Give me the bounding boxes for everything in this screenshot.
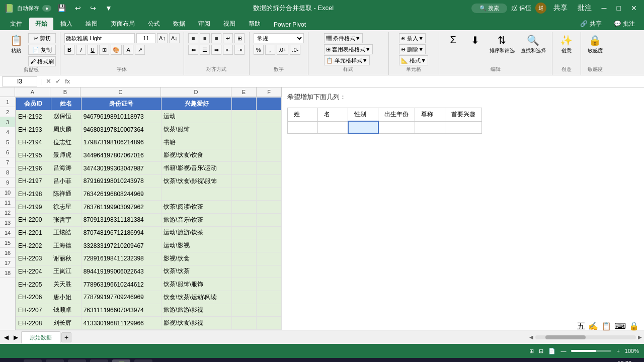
align-top-right[interactable]: ≡ [211,33,221,43]
save-button[interactable]: 💾 [54,3,69,13]
insert-function-icon[interactable]: fx [64,77,71,85]
cell-8-1[interactable]: EH-2198 [16,188,51,201]
decimal-increase[interactable]: .0+ [277,45,289,55]
cell-10-1[interactable]: EH-2200 [16,213,51,226]
add-sheet-button[interactable]: + [61,332,71,342]
cell-1-1[interactable]: 会员ID [16,98,51,111]
tab-review[interactable]: 审阅 [192,18,216,30]
cell-7-3[interactable]: 879169198010243978 [81,174,162,188]
fill-button[interactable]: ⬇ [465,33,486,48]
sheet-tab-original[interactable]: 原始数据 [21,331,60,343]
redo-button[interactable]: ↪ [87,3,99,13]
align-top-left[interactable]: ≡ [188,33,198,43]
row-num-10[interactable]: 10 [0,188,15,198]
tab-home[interactable]: 开始 [29,18,53,30]
zoom-out[interactable]: — [560,348,566,354]
view-page-layout[interactable]: 📄 [548,348,555,354]
italic-button[interactable]: I [76,45,86,55]
find-select-button[interactable]: 🔍 查找和选择 [519,33,548,55]
cell-10-2[interactable]: 张哲宇 [51,213,81,226]
cell-5-6[interactable] [257,149,282,162]
row-num-17[interactable]: 17 [0,258,15,268]
tab-page-layout[interactable]: 页面布局 [105,18,141,30]
cell-1-6[interactable] [257,98,282,111]
cell-14-6[interactable] [257,265,282,278]
row-num-2[interactable]: 2 [0,107,15,117]
cell-3-4[interactable]: 饮茶\服饰 [162,123,232,136]
autosave-toggle[interactable]: ● [42,5,51,12]
cell-6-1[interactable]: EH-2196 [16,162,51,175]
cell-7-1[interactable]: EH-2197 [16,174,51,188]
cell-reference-input[interactable] [2,76,37,86]
cell-9-1[interactable]: EH-2199 [16,201,51,214]
undo-button[interactable]: ↩ [72,3,84,13]
row-num-14[interactable]: 14 [0,228,15,238]
cancel-formula-icon[interactable]: ✕ [45,77,52,85]
cell-10-4[interactable]: 旅游\音乐\饮茶 [162,213,232,226]
row-num-6[interactable]: 6 [0,147,15,157]
col-header-c[interactable]: C [80,87,161,97]
cell-18-2[interactable]: 刘长辉 [51,317,81,330]
cell-17-5[interactable] [231,304,257,317]
tab-draw[interactable]: 绘图 [79,18,104,30]
cell-11-4[interactable]: 运动\旅游\饮茶 [162,226,232,239]
cell-12-5[interactable] [231,239,257,252]
cell-17-3[interactable]: 763111196607043974 [81,304,162,317]
cell-8-6[interactable] [257,188,282,201]
cell-8-3[interactable]: 763426196808244969 [81,188,162,201]
font-increase-button[interactable]: A↑ [157,33,168,43]
share-button[interactable]: 共享 [550,3,571,14]
conditional-format-button[interactable]: ▦ 条件格式▼ [324,33,363,43]
cell-7-4[interactable]: 饮茶\饮食\影视\服饰 [162,174,232,188]
row-num-12[interactable]: 12 [0,208,15,218]
taskbar-chrome[interactable]: 🔵 [68,359,86,362]
cell-4-3[interactable]: 179873198106214896 [81,136,162,149]
icon-4[interactable]: ⌨ [614,321,626,330]
cut-button[interactable]: ✂ 剪切 [28,33,56,43]
horizontal-scrollbar[interactable] [535,335,636,339]
cell-13-4[interactable]: 影视\饮食 [162,252,232,265]
cell-16-5[interactable] [231,291,257,304]
indent-right[interactable]: ⇥ [234,45,245,55]
format-button[interactable]: 📐 格式▼ [399,55,428,65]
sort-filter-button[interactable]: ⇅ 排序和筛选 [488,33,517,55]
cell-14-5[interactable] [231,265,257,278]
sheet-nav-next[interactable]: ▶ [12,334,20,341]
taskbar-explorer[interactable]: 📁 [46,359,64,362]
cell-9-5[interactable] [231,201,257,214]
row-num-13[interactable]: 13 [0,218,15,228]
icon-2[interactable]: ✍ [588,321,598,330]
tab-formulas[interactable]: 公式 [142,18,166,30]
percent-button[interactable]: % [254,45,264,55]
cell-13-6[interactable] [257,252,282,265]
col-header-a[interactable]: A [15,87,50,97]
cell-6-2[interactable]: 吕海涛 [51,162,81,175]
cell-1-4[interactable]: 兴趣爱好 [162,98,232,111]
cell-15-6[interactable] [257,278,282,291]
cell-8-5[interactable] [231,188,257,201]
cell-1-2[interactable]: 姓名 [51,98,81,111]
cell-18-4[interactable]: 影视\饮食\影视 [162,317,232,330]
cell-4-6[interactable] [257,136,282,149]
cell-18-3[interactable]: 413330196811129966 [81,317,162,330]
cell-16-3[interactable]: 778799197709246969 [81,291,162,304]
cell-8-4[interactable] [162,188,232,201]
cell-3-6[interactable] [257,123,282,136]
cell-17-6[interactable] [257,304,282,317]
cell-5-5[interactable] [231,149,257,162]
cell-2-3[interactable]: 946796198910118973 [81,110,162,123]
number-format-select[interactable]: 常规 数字 货币 日期 [254,33,304,43]
cell-9-4[interactable]: 饮茶\阅读\饮茶 [162,201,232,214]
col-header-b[interactable]: B [50,87,80,97]
cell-1-5[interactable] [231,98,257,111]
merge-button[interactable]: ⊞ [234,33,245,43]
bold-button[interactable]: B [64,45,74,55]
cell-10-6[interactable] [257,213,282,226]
cell-12-2[interactable]: 王海德 [51,239,81,252]
cell-15-5[interactable] [231,278,257,291]
cell-7-6[interactable] [257,174,282,188]
fill-color-button[interactable]: 🎨 [111,45,122,55]
cell-13-3[interactable]: 728916198411232398 [81,252,162,265]
cell-14-2[interactable]: 王岚江 [51,265,81,278]
col-header-f[interactable]: F [257,87,282,97]
